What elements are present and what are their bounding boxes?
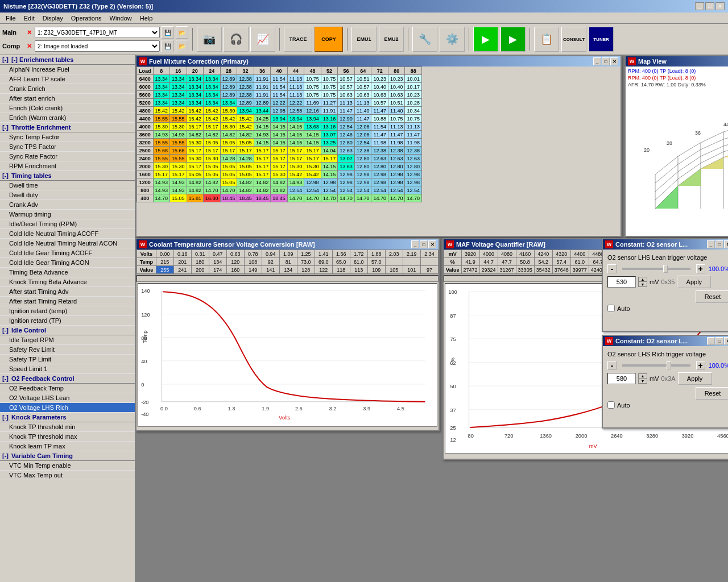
trace-btn[interactable]: TRACE <box>284 27 312 52</box>
fuel-cell-5600-6[interactable]: 11.91 <box>254 91 271 99</box>
fuel-cell-3600-9[interactable]: 14.15 <box>304 131 321 139</box>
fuel-cell-2400-14[interactable]: 12.63 <box>388 155 405 163</box>
fuel-cell-4000-8[interactable]: 14.15 <box>287 123 304 131</box>
fuel-cell-1200-15[interactable]: 12.98 <box>405 178 422 186</box>
fuel-cell-5200-7[interactable]: 12.22 <box>271 99 288 107</box>
minimize-button[interactable]: _ <box>695 2 704 10</box>
fuel-cell-5600-7[interactable]: 11.54 <box>271 91 288 99</box>
panel-item-idle-target[interactable]: Idle Target RPM <box>0 335 135 345</box>
fuel-cell-6000-4[interactable]: 12.89 <box>220 83 237 91</box>
fuel-cell-1200-3[interactable]: 14.82 <box>204 178 221 186</box>
section-timing[interactable]: [-] Timing tables <box>0 171 135 181</box>
fuel-cell-6400-10[interactable]: 10.75 <box>321 75 338 83</box>
panel-item-rpm-enrich[interactable]: RPM Enrichment <box>0 161 135 171</box>
const-rich-spinner[interactable]: ▲ ▼ <box>638 373 647 384</box>
fuel-cell-3600-6[interactable]: 14.93 <box>254 131 271 139</box>
fuel-cell-3200-4[interactable]: 15.05 <box>220 139 237 147</box>
fuel-cell-1600-11[interactable]: 12.98 <box>338 171 355 178</box>
const-lean-down-btn[interactable]: ▼ <box>639 282 647 286</box>
fuel-cell-3200-1[interactable]: 15.55 <box>170 139 187 147</box>
panel-item-afr-learn[interactable]: AFR Learn TP scale <box>0 74 135 84</box>
fuel-cell-5200-15[interactable]: 10.28 <box>405 99 422 107</box>
fuel-cell-3600-12[interactable]: 12.06 <box>354 131 371 139</box>
fuel-cell-2000-2[interactable]: 15.17 <box>187 163 204 171</box>
fuel-cell-800-5[interactable]: 14.82 <box>237 186 254 194</box>
const-lean-max-btn[interactable]: □ <box>715 240 723 248</box>
fuel-cell-4000-9[interactable]: 13.63 <box>304 123 321 131</box>
play-btn-1[interactable]: ▶ <box>473 27 498 52</box>
fuel-cell-3200-11[interactable]: 12.80 <box>338 139 355 147</box>
fuel-cell-400-9[interactable]: 14.70 <box>304 194 321 202</box>
fuel-cell-4000-3[interactable]: 15.17 <box>204 123 221 131</box>
section-knock[interactable]: [-] Knock Parameters <box>0 413 135 422</box>
const-rich-close-btn[interactable]: ✕ <box>724 337 728 345</box>
fuel-cell-6000-1[interactable]: 13.34 <box>170 83 187 91</box>
fuel-cell-4000-13[interactable]: 11.54 <box>371 123 388 131</box>
fuel-cell-800-4[interactable]: 14.70 <box>220 186 237 194</box>
const-rich-auto-checkbox[interactable] <box>607 401 615 409</box>
fuel-cell-6000-10[interactable]: 10.75 <box>321 83 338 91</box>
fuel-cell-1600-0[interactable]: 15.17 <box>153 171 170 178</box>
fuel-cell-1200-4[interactable]: 15.05 <box>220 178 237 186</box>
fuel-cell-6400-4[interactable]: 12.89 <box>220 75 237 83</box>
panel-item-enrich-warm[interactable]: Enrich (Warm crank) <box>0 113 135 123</box>
fuel-cell-6400-2[interactable]: 13.34 <box>187 75 204 83</box>
panel-item-after-start[interactable]: After start enrich <box>0 94 135 103</box>
fuel-cell-4800-3[interactable]: 15.42 <box>204 107 221 115</box>
fuel-cell-4800-14[interactable]: 11.40 <box>388 107 405 115</box>
fuel-cell-4000-4[interactable]: 15.30 <box>220 123 237 131</box>
fuel-cell-800-10[interactable]: 12.54 <box>321 186 338 194</box>
fuel-cell-6000-5[interactable]: 12.38 <box>237 83 254 91</box>
fuel-cell-1600-8[interactable]: 15.42 <box>287 171 304 178</box>
panel-item-sync-rate[interactable]: Sync Rate Factor <box>0 152 135 161</box>
fuel-cell-4400-6[interactable]: 14.25 <box>254 115 271 123</box>
fuel-cell-6000-14[interactable]: 10.40 <box>388 83 405 91</box>
const-rich-min-btn[interactable]: _ <box>707 337 715 345</box>
fuel-cell-4400-9[interactable]: 13.94 <box>304 115 321 123</box>
fuel-cell-6400-13[interactable]: 10.23 <box>371 75 388 83</box>
fuel-cell-2000-10[interactable]: 14.15 <box>321 163 338 171</box>
fuel-cell-3600-3[interactable]: 14.82 <box>204 131 221 139</box>
fuel-cell-2000-0[interactable]: 15.30 <box>153 163 170 171</box>
fuel-cell-2400-11[interactable]: 13.07 <box>338 155 355 163</box>
fuel-cell-5200-0[interactable]: 13.34 <box>153 99 170 107</box>
fuel-cell-2500-0[interactable]: 15.68 <box>153 147 170 155</box>
panel-item-sync-tps[interactable]: Sync TPS Factor <box>0 142 135 152</box>
fuel-cell-3200-9[interactable]: 14.15 <box>304 139 321 147</box>
fuel-cell-4800-8[interactable]: 12.58 <box>287 107 304 115</box>
fuel-cell-3200-5[interactable]: 15.05 <box>237 139 254 147</box>
fuel-cell-800-13[interactable]: 12.54 <box>371 186 388 194</box>
fuel-cell-5600-2[interactable]: 13.34 <box>187 91 204 99</box>
section-o2[interactable]: [-] O2 Feedback Control <box>0 374 135 384</box>
fuel-cell-3200-3[interactable]: 15.05 <box>204 139 221 147</box>
fuel-cell-400-15[interactable]: 14.70 <box>405 194 422 202</box>
fuel-table-titlebar[interactable]: W Fuel Mixture Correction (Primary) _ □ … <box>136 56 621 66</box>
const-lean-value-input[interactable] <box>607 276 636 288</box>
fuel-cell-5600-3[interactable]: 13.34 <box>204 91 221 99</box>
fuel-cell-2400-0[interactable]: 15.55 <box>153 155 170 163</box>
fuel-cell-5200-8[interactable]: 12.22 <box>287 99 304 107</box>
panel-item-knock-tp-min[interactable]: Knock TP threshold min <box>0 422 135 432</box>
fuel-cell-1600-7[interactable]: 15.30 <box>271 171 288 178</box>
fuel-cell-2000-1[interactable]: 15.30 <box>170 163 187 171</box>
fuel-cell-1600-14[interactable]: 12.98 <box>388 171 405 178</box>
fuel-cell-800-7[interactable]: 14.82 <box>271 186 288 194</box>
fuel-cell-3200-10[interactable]: 13.25 <box>321 139 338 147</box>
fuel-cell-5600-14[interactable]: 10.63 <box>388 91 405 99</box>
fuel-cell-4000-1[interactable]: 15.30 <box>170 123 187 131</box>
fuel-cell-400-10[interactable]: 14.70 <box>321 194 338 202</box>
menu-display[interactable]: Display <box>39 14 67 23</box>
panel-item-knock-learn-max[interactable]: Knock learn TP max <box>0 442 135 451</box>
section-idle[interactable]: [-] Idle Control <box>0 326 135 335</box>
fuel-cell-5600-0[interactable]: 13.34 <box>153 91 170 99</box>
const-rich-reset-btn[interactable]: Reset <box>696 387 728 400</box>
main-select[interactable]: 1: Z32_VG30DETT_47P10_MT <box>35 27 160 38</box>
fuel-cell-1600-9[interactable]: 15.42 <box>304 171 321 178</box>
fuel-cell-2000-15[interactable]: 12.80 <box>405 163 422 171</box>
fuel-cell-1200-9[interactable]: 12.98 <box>304 178 321 186</box>
fuel-cell-4800-9[interactable]: 12.16 <box>304 107 321 115</box>
fuel-cell-400-1[interactable]: 15.05 <box>170 194 187 202</box>
fuel-cell-400-3[interactable]: 16.80 <box>204 194 221 202</box>
fuel-cell-2000-11[interactable]: 13.63 <box>338 163 355 171</box>
panel-item-cold-idle-gear-acoff[interactable]: Cold Idle Gear Timing ACOFF <box>0 248 135 258</box>
